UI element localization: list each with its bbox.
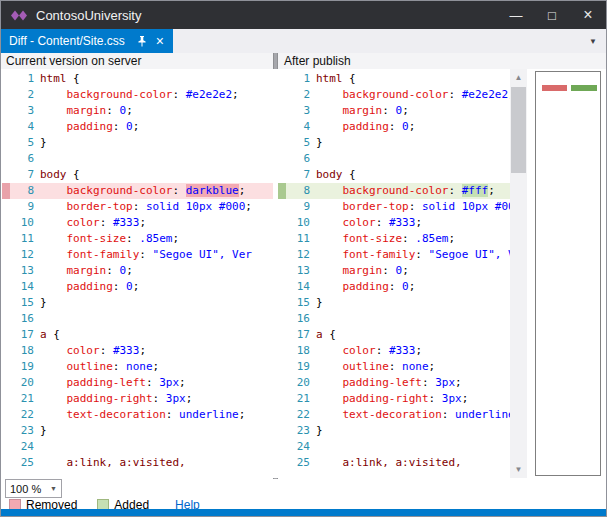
- code-line[interactable]: 14 padding: 0;: [278, 279, 510, 295]
- gutter-marker: [278, 103, 286, 119]
- scroll-down-icon[interactable]: ▼: [510, 461, 527, 478]
- code-text: a {: [316, 327, 510, 343]
- code-line[interactable]: 22 text-decoration: underline;: [2, 407, 273, 423]
- code-line[interactable]: 13 margin: 0;: [278, 263, 510, 279]
- code-line[interactable]: 1html {: [2, 71, 273, 87]
- code-line[interactable]: 25 a:link, a:visited,: [278, 455, 510, 471]
- code-line[interactable]: 3 margin: 0;: [2, 103, 273, 119]
- code-line[interactable]: 18 color: #333;: [2, 343, 273, 359]
- gutter-marker: [2, 119, 10, 135]
- gutter-marker: [278, 311, 286, 327]
- code-line[interactable]: 4 padding: 0;: [278, 119, 510, 135]
- code-text: font-family: "Segoe UI", Ver: [40, 247, 273, 263]
- code-text: font-size: .85em;: [316, 231, 510, 247]
- line-number: 10: [286, 215, 316, 231]
- tab-label: Diff - Content/Site.css: [9, 34, 125, 48]
- code-line[interactable]: 10 color: #333;: [2, 215, 273, 231]
- code-line[interactable]: 19 outline: none;: [278, 359, 510, 375]
- minimize-button[interactable]: —: [498, 1, 534, 29]
- code-text: [40, 439, 273, 455]
- scroll-up-icon[interactable]: ▲: [510, 69, 527, 86]
- gutter-marker: [278, 279, 286, 295]
- line-number: 18: [10, 343, 40, 359]
- line-number: 4: [10, 119, 40, 135]
- code-line[interactable]: 21 padding-right: 3px;: [278, 391, 510, 407]
- line-number: 13: [286, 263, 316, 279]
- code-line[interactable]: 11 font-size: .85em;: [2, 231, 273, 247]
- gutter-marker: [2, 167, 10, 183]
- code-line[interactable]: 5}: [2, 135, 273, 151]
- tab-close-icon[interactable]: ×: [156, 34, 164, 48]
- code-line[interactable]: 12 font-family: "Segoe UI", Ver: [2, 247, 273, 263]
- code-line[interactable]: 21 padding-right: 3px;: [2, 391, 273, 407]
- code-line[interactable]: 15}: [278, 295, 510, 311]
- gutter-marker: [278, 455, 286, 471]
- line-number: 17: [286, 327, 316, 343]
- scrollbar-thumb[interactable]: [511, 87, 526, 173]
- tab-diff-site-css[interactable]: Diff - Content/Site.css ×: [1, 29, 173, 53]
- code-line[interactable]: 16: [2, 311, 273, 327]
- code-line[interactable]: 3 margin: 0;: [278, 103, 510, 119]
- code-line[interactable]: 20 padding-left: 3px;: [2, 375, 273, 391]
- gutter-marker: [278, 71, 286, 87]
- code-line[interactable]: 24: [2, 439, 273, 455]
- code-line[interactable]: 24: [278, 439, 510, 455]
- document-list-dropdown-icon[interactable]: ▼: [589, 37, 597, 46]
- pin-icon[interactable]: [137, 36, 147, 47]
- close-button[interactable]: ×: [570, 1, 606, 29]
- code-line[interactable]: 7body {: [2, 167, 273, 183]
- line-number: 21: [10, 391, 40, 407]
- code-text: [316, 439, 510, 455]
- code-line[interactable]: 5}: [278, 135, 510, 151]
- code-line[interactable]: 16: [278, 311, 510, 327]
- code-line[interactable]: 12 font-family: "Segoe UI", Ver: [278, 247, 510, 263]
- code-text: background-color: #fff;: [316, 183, 510, 199]
- code-line[interactable]: 20 padding-left: 3px;: [278, 375, 510, 391]
- code-line[interactable]: 22 text-decoration: underline;: [278, 407, 510, 423]
- code-line[interactable]: 17a {: [2, 327, 273, 343]
- code-line[interactable]: 6: [278, 151, 510, 167]
- vertical-scrollbar[interactable]: ▲ ▼: [510, 69, 527, 478]
- code-line[interactable]: 6: [2, 151, 273, 167]
- code-text: padding-right: 3px;: [316, 391, 510, 407]
- code-text: background-color: #e2e2e2;: [316, 87, 510, 103]
- line-number: 19: [10, 359, 40, 375]
- diff-marker-added: [278, 183, 286, 199]
- code-line[interactable]: 8 background-color: #fff;: [278, 183, 510, 199]
- code-line[interactable]: 4 padding: 0;: [2, 119, 273, 135]
- code-line[interactable]: 13 margin: 0;: [2, 263, 273, 279]
- code-line[interactable]: 23}: [2, 423, 273, 439]
- line-number: 6: [10, 151, 40, 167]
- code-line[interactable]: 2 background-color: #e2e2e2;: [2, 87, 273, 103]
- line-number: 5: [286, 135, 316, 151]
- code-line[interactable]: 17a {: [278, 327, 510, 343]
- gutter-marker: [278, 199, 286, 215]
- code-text: outline: none;: [40, 359, 273, 375]
- code-line[interactable]: 8 background-color: darkblue;: [2, 183, 273, 199]
- line-number: 20: [10, 375, 40, 391]
- code-line[interactable]: 9 border-top: solid 10px #000;: [2, 199, 273, 215]
- gutter-marker: [2, 199, 10, 215]
- code-line[interactable]: 14 padding: 0;: [2, 279, 273, 295]
- code-line[interactable]: 23}: [278, 423, 510, 439]
- gutter-marker: [2, 391, 10, 407]
- code-line[interactable]: 11 font-size: .85em;: [278, 231, 510, 247]
- zoom-selector[interactable]: 100 % ▼: [5, 479, 62, 498]
- code-line[interactable]: 25 a:link, a:visited,: [2, 455, 273, 471]
- code-line[interactable]: 19 outline: none;: [2, 359, 273, 375]
- line-number: 25: [286, 455, 316, 471]
- code-line[interactable]: 10 color: #333;: [278, 215, 510, 231]
- code-line[interactable]: 18 color: #333;: [278, 343, 510, 359]
- code-line[interactable]: 2 background-color: #e2e2e2;: [278, 87, 510, 103]
- code-text: margin: 0;: [40, 103, 273, 119]
- code-line[interactable]: 7body {: [278, 167, 510, 183]
- code-line[interactable]: 15}: [2, 295, 273, 311]
- code-text: color: #333;: [316, 343, 510, 359]
- maximize-button[interactable]: □: [534, 1, 570, 29]
- diff-overview-map[interactable]: [535, 71, 601, 476]
- code-text: [316, 151, 510, 167]
- line-number: 1: [10, 71, 40, 87]
- code-line[interactable]: 9 border-top: solid 10px #000;: [278, 199, 510, 215]
- line-number: 20: [286, 375, 316, 391]
- code-line[interactable]: 1html {: [278, 71, 510, 87]
